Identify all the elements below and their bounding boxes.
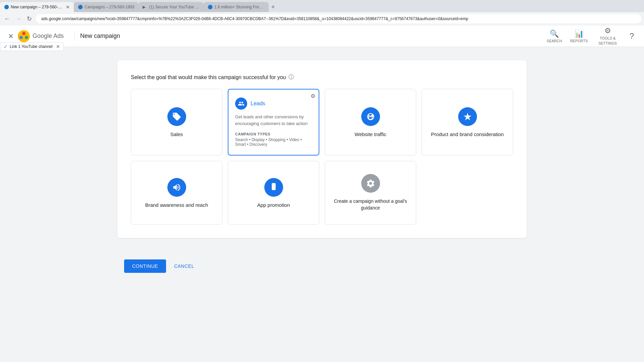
people-icon [238,100,245,107]
goal-card-product-brand[interactable]: Product and brand consideration [422,89,513,156]
app-header: ✕ Google Ads New campaign 🔍 SEARCH 📊 REP… [0,25,644,47]
campaign-card: Select the goal that would make this cam… [117,60,527,238]
goal-card-leads[interactable]: ⚙ Leads Get leads and other conversions … [228,89,319,156]
goals-grid-row1: Sales ⚙ Leads Get leads and other conver… [131,89,513,156]
product-brand-icon-circle [458,107,477,126]
brand-awareness-icon-circle [167,178,186,197]
tab-favicon-2: 🔵 [78,5,83,9]
pinned-tab-notification[interactable]: ✓ Link 1 YouTube channel ✕ [0,42,64,51]
no-goal-icon-circle [361,174,380,193]
speaker-icon [172,183,181,192]
no-goal-label: Create a campaign without a goal's guida… [332,198,409,211]
address-bar[interactable] [36,14,641,23]
search-icon: 🔍 [550,29,559,38]
tools-icon: ⚙ [604,26,611,35]
goal-card-app-promotion[interactable]: App promotion [228,161,319,225]
website-traffic-icon-circle [361,107,380,126]
tab-label-4: 1.8 million+ Stunning Free Im... [214,5,265,9]
leads-title: Leads [251,101,265,107]
tab-label-1: New campaign – 279-560-18... [11,5,62,9]
goals-grid-row2: Brand awareness and reach App promotion [131,161,513,225]
svg-point-1 [19,36,23,39]
tab-label-2: Campaigns – 279-560-1893 [85,5,135,9]
header-nav: 🔍 SEARCH 📊 REPORTS ⚙ TOOLS & SETTINGS ? [547,26,636,46]
svg-point-3 [22,32,25,35]
tools-nav-item[interactable]: ⚙ TOOLS & SETTINGS [596,26,620,46]
svg-point-2 [25,36,28,39]
click-icon [366,112,375,121]
tab-label-3: (1) Secure Your YouTube Acc... [149,5,200,9]
google-ads-text: Google Ads [33,33,64,40]
back-button[interactable]: ← [3,14,11,24]
tab-favicon-3: ▶ [143,5,147,9]
sparkle-icon [463,112,472,121]
pinned-tab-check: ✓ [4,44,8,49]
leads-icon-circle [235,98,247,110]
product-brand-label: Product and brand consideration [431,131,504,137]
tab-youtube[interactable]: ▶ (1) Secure Your YouTube Acc... [139,2,204,12]
header-close-button[interactable]: ✕ [8,32,14,40]
search-nav-label: SEARCH [547,39,562,43]
google-ads-logo: Google Ads [18,30,64,42]
cancel-button[interactable]: CANCEL [174,263,194,269]
forward-button[interactable]: → [14,14,23,24]
new-tab-button[interactable]: + [269,4,278,10]
reports-nav-item[interactable]: 📊 REPORTS [570,29,588,43]
reports-icon: 📊 [575,29,584,38]
reload-button[interactable]: ↻ [25,14,33,24]
pinned-tab-close[interactable]: ✕ [56,44,60,49]
goal-card-sales[interactable]: Sales [131,89,222,156]
reports-nav-label: REPORTS [570,39,588,43]
campaign-types-label: CAMPAIGN TYPES [235,132,312,136]
main-content: Select the goal that would make this cam… [0,47,644,251]
page-title: New campaign [80,33,120,40]
tab-close-1[interactable]: ✕ [66,4,70,10]
help-button[interactable]: ? [628,29,636,43]
sales-label: Sales [170,131,183,137]
question-text: Select the goal that would make this cam… [131,74,286,80]
leads-description: Get leads and other conversions by encou… [235,114,312,127]
google-ads-logo-icon [18,30,30,42]
phone-icon [269,183,278,192]
brand-awareness-label: Brand awareness and reach [145,202,208,208]
tab-new-campaign[interactable]: 🔵 New campaign – 279-560-18... ✕ [0,2,74,12]
continue-button[interactable]: CONTINUE [124,259,166,273]
gear-icon [366,179,375,188]
action-buttons: CONTINUE CANCEL [117,251,644,281]
goal-card-brand-awareness[interactable]: Brand awareness and reach [131,161,222,225]
leads-header: Leads [235,98,265,110]
header-divider [74,31,75,42]
tag-icon [172,112,181,121]
tab-favicon-1: 🔵 [4,5,9,9]
goal-card-no-goal[interactable]: Create a campaign without a goal's guida… [325,161,416,225]
tab-images[interactable]: 🔵 1.8 million+ Stunning Free Im... [204,2,269,12]
goal-card-website-traffic[interactable]: Website traffic [325,89,416,156]
app-promotion-icon-circle [264,178,283,197]
sales-icon-circle [167,107,186,126]
tab-favicon-4: 🔵 [208,5,212,9]
page-question: Select the goal that would make this cam… [131,74,513,81]
campaign-types-value: Search • Display • Shopping • Video • Sm… [235,137,312,147]
pinned-tab-label: Link 1 YouTube channel [10,44,53,49]
website-traffic-label: Website traffic [355,131,386,137]
tools-nav-label: TOOLS & SETTINGS [596,36,620,46]
app-promotion-label: App promotion [257,202,290,208]
search-nav-item[interactable]: 🔍 SEARCH [547,29,562,43]
leads-selected-check: ⚙ [311,93,315,99]
empty-cell [422,161,513,225]
tab-campaigns[interactable]: 🔵 Campaigns – 279-560-1893 [74,2,139,12]
question-help-icon[interactable]: ⓘ [288,74,294,81]
leads-campaign-types: CAMPAIGN TYPES Search • Display • Shoppi… [235,132,312,147]
